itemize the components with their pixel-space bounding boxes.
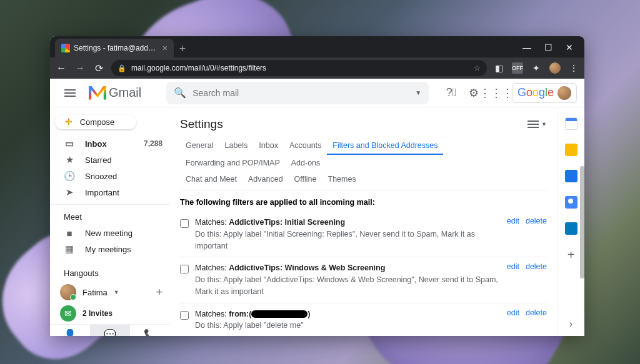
phone-tab-icon[interactable]: 📞 <box>130 325 170 336</box>
delete-filter-link[interactable]: delete <box>526 308 547 317</box>
sidebar-item-important[interactable]: ➤ Important <box>50 184 170 200</box>
tab-advanced[interactable]: Advanced <box>242 171 289 187</box>
filter-checkbox[interactable] <box>180 219 189 228</box>
extension-icon-1[interactable]: ◧ <box>493 62 504 74</box>
google-account-button[interactable]: Google <box>512 83 577 103</box>
add-person-icon[interactable]: + <box>156 286 162 299</box>
filter-description: Matches: from:() Do this: Apply label "d… <box>195 308 501 332</box>
search-options-icon[interactable]: ▼ <box>415 89 421 96</box>
filter-checkbox[interactable] <box>180 265 189 273</box>
gmail-favicon <box>61 44 70 52</box>
extensions-puzzle-icon[interactable]: ✦ <box>531 62 542 74</box>
compose-button[interactable]: + Compose <box>55 115 136 129</box>
sidebar-item-starred[interactable]: ★ Starred <box>50 152 170 168</box>
support-icon[interactable]: ?⃝ <box>444 86 458 100</box>
extension-icon-2[interactable]: OFF <box>512 62 523 74</box>
gmail-name: Gmail <box>109 86 141 100</box>
apps-grid-icon[interactable]: ⋮⋮⋮ <box>489 86 503 100</box>
browser-menu-icon[interactable]: ⋮ <box>568 62 579 74</box>
chat-tab-icon[interactable]: 💬 <box>90 325 130 336</box>
edit-filter-link[interactable]: edit <box>507 262 519 271</box>
keep-addon-icon[interactable] <box>565 144 578 156</box>
hangouts-bottom-tabs: 👤 💬 📞 <box>50 324 170 336</box>
url-input[interactable]: 🔒 mail.google.com/mail/u/0/#settings/fil… <box>111 60 487 76</box>
chevron-down-icon[interactable]: ▼ <box>114 289 119 295</box>
important-icon: ➤ <box>64 187 75 198</box>
sidebar-item-snoozed[interactable]: 🕒 Snoozed <box>50 168 170 184</box>
settings-title-row: Settings ▼ <box>180 117 547 131</box>
lock-icon: 🔒 <box>118 64 126 72</box>
forward-icon[interactable]: → <box>74 62 86 74</box>
clock-icon: 🕒 <box>64 170 75 182</box>
maximize-icon[interactable]: ☐ <box>543 42 553 52</box>
get-addons-icon[interactable]: + <box>565 248 578 261</box>
tab-addons[interactable]: Add-ons <box>286 155 326 171</box>
address-bar: ← → ⟳ 🔒 mail.google.com/mail/u/0/#settin… <box>50 57 584 79</box>
calendar-addon-icon[interactable] <box>565 117 578 130</box>
close-window-icon[interactable]: ✕ <box>564 42 574 52</box>
settings-content: Settings ▼ General Labels Inbox Accounts… <box>170 111 557 336</box>
browser-titlebar: Settings - fatima@addictivetips.c × + — … <box>50 36 584 57</box>
sidebar-item-label: My meetings <box>85 245 131 254</box>
edit-filter-link[interactable]: edit <box>507 308 519 317</box>
profile-avatar-icon[interactable] <box>549 62 561 74</box>
contacts-addon-icon[interactable] <box>565 196 578 209</box>
search-icon[interactable]: 🔍 <box>174 87 186 99</box>
browser-tab[interactable]: Settings - fatima@addictivetips.c × <box>55 39 174 57</box>
density-toggle[interactable]: ▼ <box>528 121 547 128</box>
tab-themes[interactable]: Themes <box>322 171 362 187</box>
contacts-tab-icon[interactable]: 👤 <box>50 325 90 336</box>
compose-label: Compose <box>80 117 115 127</box>
trello-addon-icon[interactable] <box>565 222 578 235</box>
filter-description: Matches: AddictiveTips: Initial Screenin… <box>195 217 501 252</box>
scrollbar-track <box>579 79 584 336</box>
new-tab-button[interactable]: + <box>174 40 191 57</box>
extension-icons: ◧ OFF ✦ ⋮ <box>493 62 579 74</box>
settings-gear-icon[interactable]: ⚙ <box>467 86 481 100</box>
filter-row: Matches: from:() Do this: Apply label "d… <box>180 303 547 337</box>
back-icon[interactable]: ← <box>55 62 68 74</box>
edit-filter-link[interactable]: edit <box>507 217 519 225</box>
reload-icon[interactable]: ⟳ <box>92 62 105 74</box>
gmail-header: Gmail 🔍 ▼ ?⃝ ⚙ ⋮⋮⋮ Google <box>50 79 584 107</box>
tab-accounts[interactable]: Accounts <box>284 137 327 155</box>
gmail-m-icon <box>89 86 106 100</box>
invites-badge-icon: ✉ <box>60 305 76 322</box>
delete-filter-link[interactable]: delete <box>526 217 547 225</box>
hangouts-user-name: Fatima <box>82 288 108 297</box>
search-bar[interactable]: 🔍 ▼ <box>166 82 429 104</box>
filter-row: Matches: AddictiveTips: Windows & Web Sc… <box>180 257 547 303</box>
sidebar-item-new-meeting[interactable]: ■ New meeting <box>50 225 170 241</box>
tab-inbox[interactable]: Inbox <box>253 137 284 155</box>
minimize-icon[interactable]: — <box>522 42 532 52</box>
filter-description: Matches: AddictiveTips: Windows & Web Sc… <box>195 262 501 297</box>
filter-checkbox[interactable] <box>180 311 189 320</box>
search-input[interactable] <box>192 88 409 98</box>
tasks-addon-icon[interactable] <box>565 170 578 182</box>
sidebar-item-inbox[interactable]: ▭ Inbox 7,288 <box>50 135 170 152</box>
tab-general[interactable]: General <box>180 137 219 155</box>
sidebar-item-label: Starred <box>85 155 112 165</box>
main-menu-icon[interactable] <box>58 89 82 97</box>
delete-filter-link[interactable]: delete <box>526 262 547 271</box>
main-area: Settings ▼ General Labels Inbox Accounts… <box>170 79 584 336</box>
tab-offline[interactable]: Offline <box>289 171 322 187</box>
filters-intro-text: The following filters are applied to all… <box>180 190 547 212</box>
settings-tabs: General Labels Inbox Accounts Filters an… <box>180 137 547 187</box>
collapse-panel-icon[interactable]: › <box>569 318 572 330</box>
tab-labels[interactable]: Labels <box>219 137 253 155</box>
hangouts-user-row[interactable]: Fatima ▼ + <box>50 282 170 303</box>
tab-filters[interactable]: Filters and Blocked Addresses <box>327 137 443 155</box>
window-controls: — ☐ ✕ <box>522 42 579 57</box>
gmail-logo[interactable]: Gmail <box>89 86 141 100</box>
inbox-icon: ▭ <box>64 138 75 149</box>
scrollbar-thumb[interactable] <box>580 166 584 278</box>
close-tab-icon[interactable]: × <box>162 43 168 53</box>
account-avatar-icon <box>558 86 571 100</box>
sidebar-item-label: Inbox <box>85 139 107 149</box>
bookmark-star-icon[interactable]: ☆ <box>474 64 481 72</box>
hangouts-invites-row[interactable]: ✉ 2 Invites <box>50 303 170 324</box>
tab-chat-meet[interactable]: Chat and Meet <box>180 171 242 187</box>
tab-forwarding[interactable]: Forwarding and POP/IMAP <box>180 155 286 171</box>
sidebar-item-my-meetings[interactable]: ▦ My meetings <box>50 241 170 257</box>
